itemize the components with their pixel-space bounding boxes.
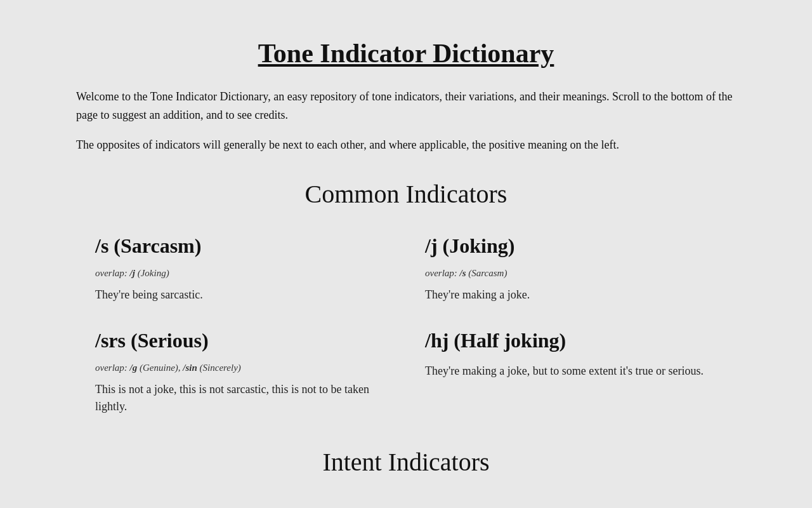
- indicator-half-joking-description: They're making a joke, but to some exten…: [425, 363, 717, 380]
- overlap-prefix-s: overlap:: [95, 268, 130, 278]
- overlap-italic-j: (Sarcasm): [466, 268, 508, 278]
- intro-paragraph-2: The opposites of indicators will general…: [76, 136, 736, 154]
- indicators-grid: /s (Sarcasm) overlap: /j (Joking) They'r…: [76, 228, 736, 434]
- overlap-prefix-j: overlap:: [425, 268, 460, 278]
- overlap-bold-j: /s: [460, 268, 466, 278]
- indicator-joking-overlap: overlap: /s (Sarcasm): [425, 268, 717, 279]
- intro-paragraph-1: Welcome to the Tone Indicator Dictionary…: [76, 88, 736, 124]
- overlap-prefix-srs: overlap:: [95, 363, 130, 373]
- indicator-serious-name: /srs (Serious): [95, 329, 387, 352]
- page-title: Tone Indicator Dictionary: [76, 38, 736, 69]
- common-indicators-title: Common Indicators: [76, 179, 736, 209]
- indicator-sarcasm-name: /s (Sarcasm): [95, 234, 387, 258]
- indicator-sarcasm-overlap: overlap: /j (Joking): [95, 268, 387, 279]
- overlap-italic-s: (Joking): [135, 268, 169, 278]
- indicator-half-joking-name: /hj (Half joking): [425, 329, 717, 352]
- overlap-bold-srs-g: /g: [130, 363, 138, 373]
- indicator-sarcasm-description: They're being sarcastic.: [95, 286, 387, 304]
- indicator-joking-name: /j (Joking): [425, 234, 717, 258]
- overlap-bold-s: /j: [130, 268, 135, 278]
- indicator-serious-overlap: overlap: /g (Genuine), /sin (Sincerely): [95, 363, 387, 373]
- indicator-serious-description: This is not a joke, this is not sarcasti…: [95, 381, 387, 415]
- intent-indicators-title: Intent Indicators: [76, 447, 736, 477]
- indicator-joking-description: They're making a joke.: [425, 286, 717, 304]
- overlap-bold-srs-sin: /sin: [183, 363, 197, 373]
- indicator-joking: /j (Joking) overlap: /s (Sarcasm) They'r…: [406, 228, 736, 323]
- indicator-serious: /srs (Serious) overlap: /g (Genuine), /s…: [76, 323, 406, 434]
- indicator-sarcasm: /s (Sarcasm) overlap: /j (Joking) They'r…: [76, 228, 406, 323]
- overlap-italic-srs-sincerely: (Sincerely): [197, 363, 241, 373]
- overlap-italic-srs-genuine: (Genuine),: [137, 363, 183, 373]
- indicator-half-joking: /hj (Half joking) They're making a joke,…: [406, 323, 736, 434]
